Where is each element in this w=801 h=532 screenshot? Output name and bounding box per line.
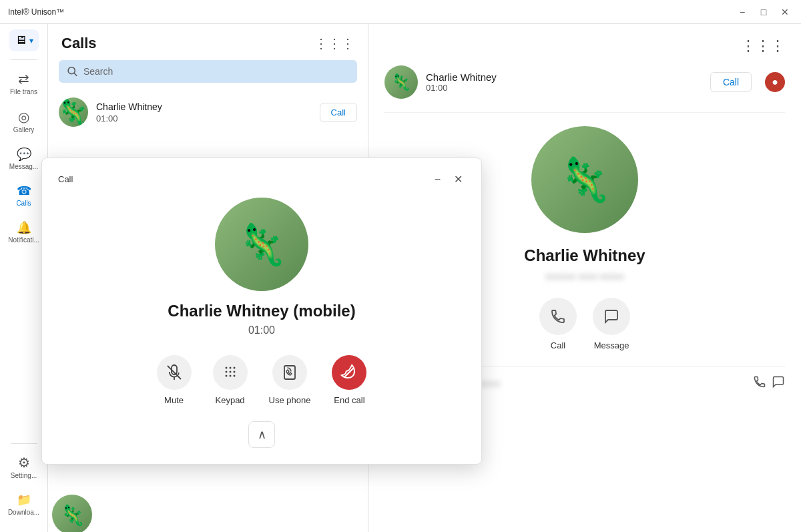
recent-call-item[interactable]: 🦎 Charlie Whitney 01:00 Call <box>48 91 368 134</box>
call-popup-controls: − ✕ <box>432 172 465 187</box>
sidebar-item-filetrans[interactable]: ⇄ File trans <box>4 65 44 101</box>
svg-point-5 <box>229 367 231 369</box>
close-button[interactable]: ✕ <box>777 4 793 20</box>
svg-point-9 <box>233 371 235 373</box>
sidebar-item-label: Messag... <box>9 163 38 170</box>
sidebar-item-label: Notificati... <box>8 236 39 244</box>
call-popup-expand: ∧ <box>58 421 465 448</box>
use-phone-icon <box>282 364 298 380</box>
sidebar-item-label: Downloa... <box>8 509 39 516</box>
avatar: 🦎 <box>59 97 88 127</box>
end-call-label: End call <box>334 395 364 405</box>
call-popup-timer: 01:00 <box>58 324 465 336</box>
sidebar-item-downloads[interactable]: 📁 Downloa... <box>4 487 44 521</box>
mute-button[interactable] <box>157 355 192 390</box>
mute-icon <box>166 364 182 380</box>
call-popup-contact-name: Charlie Whitney (mobile) <box>58 302 465 320</box>
call-popup: Call − ✕ 🦎 Charlie Whitney (mobile) 01:0… <box>41 158 482 465</box>
detail-phone-icon <box>753 375 766 388</box>
expand-icon: ∧ <box>258 427 266 442</box>
call-popup-titlebar: Call − ✕ <box>58 172 465 187</box>
use-phone-button[interactable] <box>272 355 307 390</box>
calls-grid-icon[interactable]: ⋮⋮⋮ <box>314 35 354 51</box>
keypad-action[interactable]: Keypad <box>213 355 248 405</box>
end-call-button[interactable] <box>332 355 366 390</box>
svg-point-11 <box>229 375 231 377</box>
contact-header-time: 01:00 <box>426 83 702 93</box>
call-popup-title: Call <box>58 174 73 184</box>
call-popup-actions: Mute <box>58 355 465 405</box>
sidebar-item-calls[interactable]: ☎ Calls <box>4 178 44 212</box>
use-phone-label: Use phone <box>269 395 311 405</box>
svg-point-6 <box>233 367 235 369</box>
sidebar-divider-top <box>11 59 37 60</box>
titlebar: Intel® Unison™ − □ ✕ <box>0 0 801 24</box>
contact-header-recent: 🦎 Charlie Whitney 01:00 Call ● <box>384 60 785 113</box>
contact-message-action[interactable]: Message <box>593 298 630 350</box>
sidebar-item-gallery[interactable]: ◎ Gallery <box>4 103 44 139</box>
contact-call-label: Call <box>551 340 565 350</box>
call-info: Charlie Whitney 01:00 <box>96 101 312 123</box>
call-popup-avatar: 🦎 <box>215 198 308 291</box>
sidebar-item-label: Calls <box>16 200 31 207</box>
end-call-action[interactable]: End call <box>332 355 366 405</box>
gallery-icon: ◎ <box>18 109 29 125</box>
sidebar-item-label: Setting... <box>11 472 37 479</box>
end-call-icon <box>340 364 358 381</box>
calls-title: Calls <box>61 35 97 52</box>
detail-message-icon <box>772 375 785 388</box>
calls-search[interactable] <box>59 60 357 83</box>
calls-panel: Calls ⋮⋮⋮ 🦎 Charlie Whitney 01:00 Call <box>48 24 368 532</box>
notifications-icon: 🔔 <box>17 220 31 235</box>
settings-icon: ⚙ <box>18 455 30 471</box>
mute-action[interactable]: Mute <box>157 355 192 405</box>
contact-header-call-button[interactable]: Call <box>710 72 752 92</box>
call-button[interactable]: Call <box>320 103 357 122</box>
device-selector[interactable]: 🖥 ▾ <box>9 29 39 51</box>
call-contact-name: Charlie Whitney <box>96 101 312 112</box>
window-controls: − □ ✕ <box>734 4 793 20</box>
use-phone-action[interactable]: Use phone <box>269 355 311 405</box>
sidebar-bottom: ⚙ Setting... 📁 Downloa... <box>4 441 44 527</box>
contact-grid-icon[interactable]: ⋮⋮⋮ <box>741 37 785 55</box>
contact-header-name: Charlie Whitney <box>426 71 702 83</box>
contact-avatar-large: 🦎 <box>531 126 638 233</box>
svg-point-12 <box>233 375 235 377</box>
filetrans-icon: ⇄ <box>18 71 29 87</box>
svg-point-7 <box>225 371 227 373</box>
keypad-label: Keypad <box>216 395 245 405</box>
sidebar-item-messages[interactable]: 💬 Messag... <box>4 142 44 176</box>
contact-header-avatar: 🦎 <box>384 65 418 99</box>
contact-message-button[interactable] <box>593 298 630 335</box>
contact-call-action[interactable]: Call <box>539 298 577 350</box>
call-duration: 01:00 <box>96 113 312 123</box>
search-input[interactable] <box>83 66 349 77</box>
contact-call-icon <box>550 308 566 324</box>
search-icon <box>67 65 78 77</box>
expand-button[interactable]: ∧ <box>248 421 275 448</box>
app-container: 🖥 ▾ ⇄ File trans ◎ Gallery 💬 Messag... ☎… <box>0 24 801 532</box>
contact-panel-header: ⋮⋮⋮ <box>384 37 785 55</box>
sidebar-item-label: Gallery <box>13 126 35 134</box>
contact-call-button[interactable] <box>539 298 577 335</box>
calls-icon: ☎ <box>17 184 31 198</box>
svg-point-4 <box>225 367 227 369</box>
mute-label: Mute <box>164 395 184 405</box>
contact-detail-message-icon[interactable] <box>772 375 785 392</box>
call-popup-minimize-button[interactable]: − <box>432 172 443 187</box>
contact-detail-call-icon[interactable] <box>753 375 766 392</box>
call-popup-close-button[interactable]: ✕ <box>451 172 465 187</box>
app-title: Intel® Unison™ <box>8 7 64 17</box>
sidebar-item-notifications[interactable]: 🔔 Notificati... <box>4 215 44 249</box>
minimize-button[interactable]: − <box>734 4 750 20</box>
svg-point-10 <box>225 375 227 377</box>
contact-message-icon <box>603 308 619 324</box>
svg-line-1 <box>74 73 77 76</box>
downloads-icon: 📁 <box>17 493 31 507</box>
svg-point-0 <box>68 67 75 74</box>
messages-icon: 💬 <box>17 147 31 162</box>
maximize-button[interactable]: □ <box>756 4 772 20</box>
sidebar-item-settings[interactable]: ⚙ Setting... <box>4 449 44 485</box>
contact-detail-icons <box>753 375 785 392</box>
keypad-button[interactable] <box>213 355 248 390</box>
